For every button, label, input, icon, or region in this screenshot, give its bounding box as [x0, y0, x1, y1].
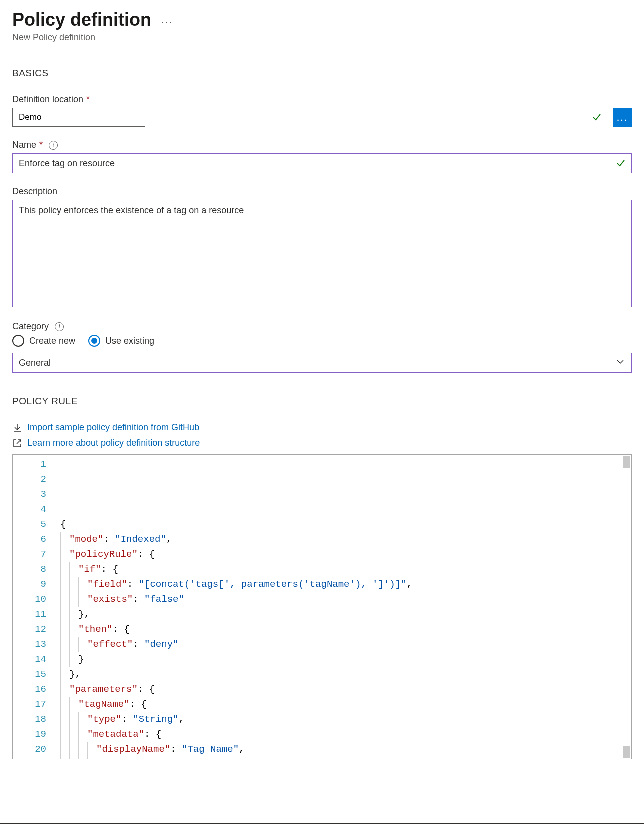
- page-subtitle: New Policy definition: [12, 32, 632, 43]
- radio-create-new[interactable]: Create new: [12, 335, 75, 347]
- radio-use-existing[interactable]: Use existing: [88, 335, 154, 347]
- info-icon[interactable]: i: [49, 141, 58, 150]
- description-label: Description: [12, 186, 632, 197]
- more-icon[interactable]: ...: [161, 14, 173, 26]
- name-input[interactable]: [12, 154, 632, 174]
- category-label: Category i: [12, 322, 632, 332]
- code-gutter: 123456789101112131415161718192021: [13, 455, 60, 759]
- required-asterisk: *: [86, 94, 90, 105]
- definition-location-input[interactable]: [12, 108, 145, 127]
- code-body[interactable]: {"mode": "Indexed","policyRule": {"if": …: [60, 455, 631, 759]
- import-sample-link[interactable]: Import sample policy definition from Git…: [27, 422, 199, 433]
- radio-icon: [88, 335, 100, 347]
- section-basics-label: BASICS: [12, 68, 632, 79]
- category-label-text: Category: [12, 322, 49, 332]
- definition-location-label: Definition location *: [12, 94, 632, 105]
- code-editor[interactable]: 123456789101112131415161718192021 {"mode…: [12, 454, 632, 760]
- download-icon: [12, 423, 22, 433]
- check-icon: [616, 158, 626, 168]
- definition-location-label-text: Definition location: [12, 94, 83, 105]
- definition-location-browse-button[interactable]: ...: [613, 108, 632, 127]
- info-icon[interactable]: i: [55, 322, 64, 332]
- category-select[interactable]: General: [12, 353, 632, 373]
- scrollbar-thumb[interactable]: [623, 746, 630, 758]
- radio-create-new-label: Create new: [29, 336, 75, 346]
- learn-more-link[interactable]: Learn more about policy definition struc…: [27, 438, 200, 448]
- name-label: Name * i: [12, 140, 632, 150]
- radio-use-existing-label: Use existing: [105, 336, 154, 346]
- check-icon: [592, 112, 602, 122]
- description-label-text: Description: [12, 186, 57, 197]
- external-link-icon: [12, 438, 22, 448]
- description-textarea[interactable]: [12, 200, 632, 308]
- chevron-down-icon: [616, 358, 625, 368]
- radio-icon: [12, 335, 24, 347]
- page-title: Policy definition: [12, 10, 151, 30]
- name-label-text: Name: [12, 140, 36, 150]
- section-divider: [12, 83, 632, 84]
- section-divider: [12, 411, 632, 412]
- section-policy-rule-label: POLICY RULE: [12, 396, 632, 407]
- scrollbar-thumb[interactable]: [623, 456, 630, 468]
- category-select-value: General: [19, 358, 51, 368]
- required-asterisk: *: [39, 140, 43, 150]
